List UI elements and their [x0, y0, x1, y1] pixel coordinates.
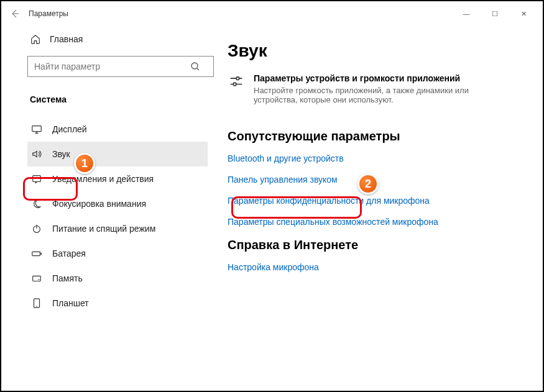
sliders-icon	[228, 73, 245, 91]
app-volume-desc: Настройте громкость приложений, а также …	[254, 86, 490, 104]
sidebar-item-sound[interactable]: Звук	[27, 142, 208, 166]
app-volume-prefs[interactable]: Параметры устройств и громкости приложен…	[228, 73, 528, 104]
arrow-left-icon	[10, 9, 20, 19]
window-title: Параметры	[29, 9, 68, 18]
minimize-button[interactable]: —	[452, 4, 481, 24]
sidebar-item-label: Дисплей	[52, 124, 87, 134]
sidebar-home[interactable]: Главная	[27, 29, 208, 50]
svg-rect-5	[40, 253, 42, 255]
window-body: Главная Система Дисплей Звук Уведомления…	[1, 26, 543, 391]
app-volume-title: Параметры устройств и громкости приложен…	[254, 73, 490, 83]
window-controls: — ☐ ✕	[452, 4, 538, 24]
sidebar-item-label: Планшет	[52, 298, 89, 308]
sidebar-item-label: Звук	[52, 149, 70, 159]
sidebar-item-label: Уведомления и действия	[52, 174, 154, 184]
close-button[interactable]: ✕	[509, 4, 538, 24]
sidebar-item-notifications[interactable]: Уведомления и действия	[27, 166, 208, 191]
svg-rect-6	[33, 276, 41, 281]
related-heading: Сопутствующие параметры	[228, 129, 528, 144]
svg-rect-4	[32, 252, 40, 255]
search-input[interactable]	[27, 56, 214, 77]
home-icon	[30, 34, 41, 45]
tablet-icon	[31, 298, 42, 309]
sidebar: Главная Система Дисплей Звук Уведомления…	[1, 26, 213, 391]
sidebar-item-tablet[interactable]: Планшет	[27, 291, 208, 316]
sidebar-item-display[interactable]: Дисплей	[27, 117, 208, 142]
link-mic-setup[interactable]: Настройка микрофона	[228, 262, 528, 272]
sidebar-item-power[interactable]: Питание и спящий режим	[27, 216, 208, 241]
help-heading: Справка в Интернете	[228, 238, 528, 252]
search-icon	[190, 62, 200, 71]
power-icon	[31, 223, 42, 234]
focus-icon	[31, 198, 42, 209]
svg-rect-2	[33, 176, 41, 182]
sidebar-item-storage[interactable]: Память	[27, 266, 208, 291]
svg-point-0	[191, 63, 198, 69]
sidebar-item-label: Фокусировка внимания	[52, 199, 146, 209]
link-sound-control-panel[interactable]: Панель управления звуком	[228, 175, 528, 185]
titlebar: Параметры — ☐ ✕	[1, 1, 543, 26]
sound-icon	[31, 148, 42, 160]
sidebar-item-label: Память	[52, 273, 83, 283]
sidebar-section-label: Система	[27, 91, 208, 108]
home-label: Главная	[50, 34, 83, 44]
link-mic-privacy[interactable]: Параметры конфиденциальности для микрофо…	[228, 196, 528, 206]
svg-point-7	[39, 279, 40, 280]
storage-icon	[31, 273, 42, 284]
sidebar-item-label: Батарея	[52, 248, 86, 258]
settings-window: Параметры — ☐ ✕ Главная Система Дисплей	[0, 0, 544, 392]
sidebar-item-label: Питание и спящий режим	[52, 224, 155, 234]
svg-rect-1	[32, 126, 41, 132]
display-icon	[31, 124, 42, 135]
page-title: Звук	[228, 41, 528, 61]
battery-icon	[31, 248, 42, 259]
search-wrap	[27, 56, 208, 77]
link-mic-accessibility[interactable]: Параметры специальных возможностей микро…	[228, 217, 528, 227]
back-button[interactable]	[6, 5, 24, 22]
svg-point-9	[36, 306, 37, 306]
notifications-icon	[31, 173, 42, 185]
content-pane: Звук Параметры устройств и громкости при…	[213, 26, 543, 391]
sidebar-item-focus[interactable]: Фокусировка внимания	[27, 191, 208, 216]
link-bluetooth[interactable]: Bluetooth и другие устройств	[228, 153, 528, 163]
maximize-button[interactable]: ☐	[481, 4, 509, 24]
sidebar-item-battery[interactable]: Батарея	[27, 241, 208, 266]
